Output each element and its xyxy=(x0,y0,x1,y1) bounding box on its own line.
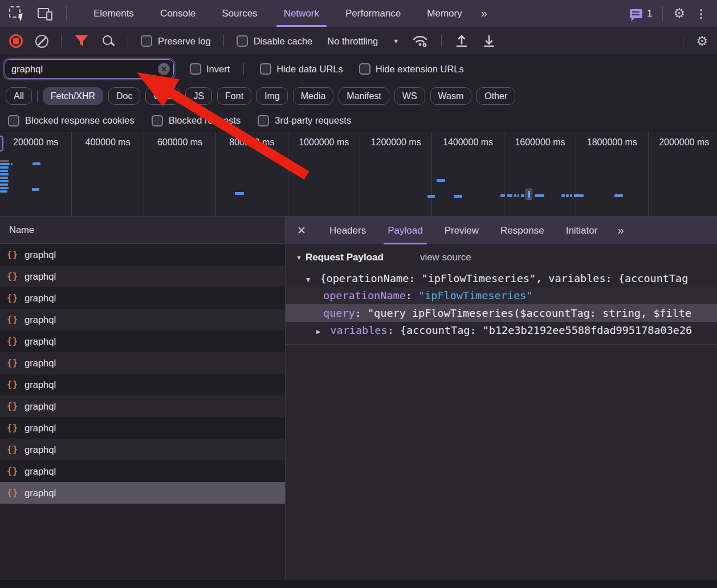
panel-tab[interactable]: Console xyxy=(147,0,209,27)
request-row[interactable]: {} graphql xyxy=(0,460,285,482)
option-checkbox[interactable] xyxy=(258,115,269,126)
request-name: graphql xyxy=(25,315,56,325)
details-more-tabs-icon[interactable]: » xyxy=(612,224,628,237)
disable-cache-checkbox[interactable] xyxy=(237,35,248,47)
network-filter-row: ✕ Invert Hide data URLs Hide extension U… xyxy=(0,55,717,83)
panel-tab[interactable]: Elements xyxy=(80,0,147,27)
request-row[interactable]: {} graphql xyxy=(0,374,285,395)
panel-tab[interactable]: Performance xyxy=(332,0,414,27)
request-row[interactable]: {} graphql xyxy=(0,244,285,266)
main-menu-icon[interactable]: ⋮ xyxy=(695,7,707,21)
divider xyxy=(223,35,224,47)
network-settings-icon[interactable]: ⚙ xyxy=(696,35,708,48)
request-bar xyxy=(0,160,9,162)
request-bar xyxy=(566,194,569,197)
details-tab[interactable]: Payload xyxy=(377,217,433,244)
request-row[interactable]: {} graphql xyxy=(0,352,285,374)
more-tabs-icon[interactable]: » xyxy=(475,7,492,20)
json-value: {accountTag: "b12e3b2192ee5588fdad995178… xyxy=(400,324,692,336)
filter-chip[interactable]: Doc xyxy=(108,87,140,105)
overview-timeline[interactable]: 200000 ms 400000 ms 600000 ms 800000 ms … xyxy=(0,132,717,217)
filter-chip[interactable]: Font xyxy=(217,87,251,105)
divider xyxy=(37,90,38,103)
hide-data-urls-checkbox[interactable] xyxy=(260,63,271,75)
payload-row-operation[interactable]: operationName: "ipFlowTimeseries" xyxy=(286,287,717,304)
json-icon: {} xyxy=(7,336,18,346)
request-row[interactable]: {} graphql xyxy=(0,330,285,352)
filter-toggle-icon[interactable] xyxy=(74,34,89,48)
record-network-log-button[interactable] xyxy=(9,34,23,48)
invert-checkbox[interactable] xyxy=(190,63,201,75)
device-toolbar-icon[interactable] xyxy=(38,7,52,21)
json-icon: {} xyxy=(7,488,18,498)
request-row[interactable]: {} graphql xyxy=(0,309,285,330)
clear-network-log-button[interactable] xyxy=(35,35,48,48)
request-row[interactable]: {} graphql xyxy=(0,482,285,504)
option-checkbox[interactable] xyxy=(152,115,163,126)
filter-input[interactable] xyxy=(5,59,174,79)
request-row[interactable]: {} graphql xyxy=(0,439,285,460)
request-bar xyxy=(500,194,505,197)
filter-chip[interactable]: CSS xyxy=(145,87,180,105)
payload-summary: {operationName: "ipFlowTimeseries", vari… xyxy=(320,272,688,284)
clear-filter-icon[interactable]: ✕ xyxy=(158,63,170,75)
hide-extension-urls-label: Hide extension URLs xyxy=(376,64,464,75)
request-bar xyxy=(574,194,584,197)
filter-chip[interactable]: Manifest xyxy=(339,87,389,105)
import-har-icon[interactable] xyxy=(454,34,469,48)
close-details-icon[interactable]: ✕ xyxy=(286,224,319,237)
filter-chip[interactable]: JS xyxy=(185,87,212,105)
request-row[interactable]: {} graphql xyxy=(0,266,285,287)
filter-chip[interactable]: WS xyxy=(394,87,425,105)
hide-extension-urls-checkbox[interactable] xyxy=(359,63,370,75)
filter-chip[interactable]: Fetch/XHR xyxy=(43,87,103,105)
filter-chip-all[interactable]: All xyxy=(6,87,32,105)
network-conditions-icon[interactable] xyxy=(412,34,429,48)
request-name: graphql xyxy=(25,401,56,412)
request-bar xyxy=(235,192,244,195)
filter-options-row: Blocked response cookies Blocked request… xyxy=(0,109,717,132)
payload-row-variables[interactable]: ▶ variables: {accountTag: "b12e3b2192ee5… xyxy=(286,322,717,339)
settings-gear-icon[interactable]: ⚙ xyxy=(673,7,685,20)
export-har-icon[interactable] xyxy=(482,34,496,48)
details-tab[interactable]: Response xyxy=(490,217,555,244)
preserve-log-checkbox[interactable] xyxy=(141,35,152,47)
chat-bubble-icon xyxy=(630,9,642,18)
request-row[interactable]: {} graphql xyxy=(0,287,285,309)
option: Blocked response cookies xyxy=(8,115,135,126)
request-bar xyxy=(0,187,9,189)
details-tab[interactable]: Headers xyxy=(319,217,377,244)
section-collapse-icon[interactable]: ▼ xyxy=(296,254,302,261)
request-details-panel: ✕ Headers Payload Preview xyxy=(286,217,717,579)
filter-chip[interactable]: Other xyxy=(476,87,515,105)
request-bar xyxy=(570,194,572,197)
request-name: graphql xyxy=(25,271,56,282)
panel-tab[interactable]: Network xyxy=(271,0,332,27)
details-tab[interactable]: Initiator xyxy=(555,217,609,244)
payload-row-query[interactable]: query: "query ipFlowTimeseries($accountT… xyxy=(286,304,717,322)
request-row[interactable]: {} graphql xyxy=(0,395,285,417)
disable-cache-label: Disable cache xyxy=(254,36,313,47)
view-source-link[interactable]: view source xyxy=(420,252,471,263)
request-row[interactable]: {} graphql xyxy=(0,417,285,439)
messages-count: 1 xyxy=(647,8,652,19)
collapse-icon[interactable]: ▼ xyxy=(306,276,310,284)
option-checkbox[interactable] xyxy=(8,115,19,126)
filter-chip[interactable]: Media xyxy=(293,87,334,105)
panel-tab[interactable]: Sources xyxy=(209,0,270,27)
filter-chip[interactable]: Img xyxy=(256,87,288,105)
messages-badge[interactable]: 1 xyxy=(630,8,652,19)
filter-chip[interactable]: Wasm xyxy=(430,87,472,105)
overview-left-handle[interactable] xyxy=(0,136,3,152)
payload-summary-row[interactable]: ▼ {operationName: "ipFlowTimeseries", va… xyxy=(286,270,717,287)
timeline-tick-label: 200000 ms xyxy=(0,132,72,216)
throttling-select[interactable]: No throttling ▼ xyxy=(327,36,399,47)
inspect-cursor-icon[interactable] xyxy=(9,6,24,21)
details-tab[interactable]: Preview xyxy=(434,217,490,244)
search-icon[interactable] xyxy=(101,34,115,48)
json-key: operationName xyxy=(323,289,406,301)
json-string-value: "ipFlowTimeseries" xyxy=(418,289,532,301)
expand-icon[interactable]: ▶ xyxy=(316,328,320,336)
panel-tab[interactable]: Memory xyxy=(414,0,475,27)
column-header-name[interactable]: Name xyxy=(0,217,285,244)
